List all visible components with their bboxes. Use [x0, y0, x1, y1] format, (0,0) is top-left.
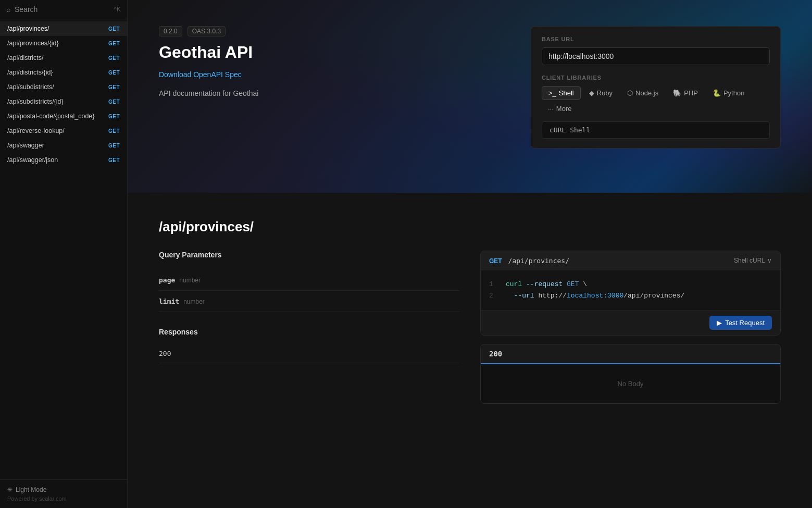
params-list: pagenumberlimitnumber: [159, 269, 459, 312]
test-request-area: ▶ Test Request: [481, 310, 780, 335]
endpoint-section: /api/provinces/ Query Parameters pagenum…: [128, 193, 812, 430]
code-col: GET /api/provinces/ Shell cURL ∨ 1 cur: [480, 251, 781, 404]
nav-item-path: /api/provinces/{id}: [7, 40, 108, 47]
nav-item-path: /api/districts/: [7, 54, 108, 61]
nav-item-path: /api/provinces/: [7, 25, 108, 32]
method-badge: GET: [489, 257, 502, 265]
code-line-2: 2 --url http://localhost:3000/api/provin…: [489, 290, 772, 302]
code-line-1: 1 curl --request GET \: [489, 279, 772, 290]
nav-item-method: GET: [108, 41, 120, 46]
base-url-label: BASE URL: [542, 36, 770, 42]
light-mode-toggle[interactable]: ✳ Light Mode: [7, 486, 120, 493]
sidebar: ⌕ Search ^K /api/provinces/GET/api/provi…: [0, 0, 128, 508]
nav-item[interactable]: /api/swagger/jsonGET: [0, 153, 127, 167]
ruby-icon: ◆: [589, 89, 594, 97]
base-url-panel: BASE URL CLIENT LIBRARIES >_Shell◆Ruby⬡N…: [531, 26, 781, 148]
responses-section: Responses 200: [159, 328, 459, 363]
download-openapi-link[interactable]: Download OpenAPI Spec: [159, 70, 242, 79]
param-name: page: [159, 276, 175, 284]
nav-item-method: GET: [108, 99, 120, 105]
nav-item-path: /api/subdistricts/: [7, 83, 108, 91]
responses-list: 200: [159, 344, 459, 363]
params-responses-col: Query Parameters pagenumberlimitnumber R…: [159, 251, 459, 363]
client-tab-shell[interactable]: >_Shell: [542, 86, 581, 100]
nav-item-path: /api/districts/{id}: [7, 69, 108, 76]
hero-section: 0.2.0 OAS 3.0.3 Geothai API Download Ope…: [128, 0, 812, 193]
client-tabs: >_Shell◆Ruby⬡Node.js🐘PHP🐍Python···More: [542, 86, 770, 115]
response-body: No Body: [481, 364, 780, 403]
nav-item-method: GET: [108, 55, 120, 61]
search-bar[interactable]: ⌕ Search ^K: [0, 0, 127, 19]
light-mode-label: Light Mode: [16, 486, 46, 493]
test-request-label: Test Request: [725, 319, 765, 327]
curl-shell-badge: cURL Shell: [542, 121, 770, 139]
light-mode-icon: ✳: [7, 486, 13, 493]
main-content: 0.2.0 OAS 3.0.3 Geothai API Download Ope…: [128, 0, 812, 508]
code-panel: GET /api/provinces/ Shell cURL ∨ 1 cur: [480, 251, 781, 336]
shell-icon: >_: [548, 89, 556, 97]
php-icon: 🐘: [673, 89, 681, 97]
param-type: number: [183, 298, 205, 305]
client-tab-python[interactable]: 🐍Python: [706, 86, 751, 100]
nav-item-method: GET: [108, 84, 120, 90]
param-row: pagenumber: [159, 269, 459, 291]
response-panel: 200 No Body: [480, 344, 781, 404]
nav-item-path: /api/swagger: [7, 142, 108, 149]
nav-item-path: /api/swagger/json: [7, 156, 108, 164]
nav-item[interactable]: /api/subdistricts/{id}GET: [0, 94, 127, 109]
nav-item[interactable]: /api/districts/{id}GET: [0, 65, 127, 80]
powered-by: Powered by scalar.com: [7, 495, 120, 502]
oas-version: OAS 3.0.3: [188, 26, 226, 36]
nav-item[interactable]: /api/provinces/{id}GET: [0, 36, 127, 51]
params-section: Query Parameters pagenumberlimitnumber: [159, 251, 459, 312]
nav-item-method: GET: [108, 26, 120, 32]
client-tab-nodejs[interactable]: ⬡Node.js: [621, 86, 665, 100]
sidebar-footer: ✳ Light Mode Powered by scalar.com: [0, 479, 127, 508]
base-url-input[interactable]: [542, 47, 770, 65]
nav-item[interactable]: /api/reverse-lookup/GET: [0, 123, 127, 138]
nav-item-path: /api/reverse-lookup/: [7, 127, 108, 134]
chevron-down-icon: ∨: [767, 257, 772, 264]
test-request-button[interactable]: ▶ Test Request: [709, 316, 772, 330]
code-panel-header: GET /api/provinces/ Shell cURL ∨: [481, 251, 780, 270]
nav-item-method: GET: [108, 128, 120, 134]
endpoint-path: /api/provinces/: [159, 219, 781, 235]
nav-item-method: GET: [108, 143, 120, 148]
search-label: Search: [15, 5, 38, 14]
query-params-title: Query Parameters: [159, 251, 459, 259]
lang-selector-label: Shell cURL: [734, 257, 765, 264]
play-icon: ▶: [717, 319, 722, 327]
param-row: limitnumber: [159, 291, 459, 312]
nav-item[interactable]: /api/swaggerGET: [0, 138, 127, 153]
response-status-code: 200: [481, 344, 780, 364]
lang-selector[interactable]: Shell cURL ∨: [734, 257, 772, 264]
nav-item[interactable]: /api/provinces/GET: [0, 21, 127, 36]
responses-title: Responses: [159, 328, 459, 336]
nav-item-method: GET: [108, 114, 120, 119]
client-tab-more[interactable]: ···More: [542, 102, 578, 115]
nav-item-path: /api/subdistricts/{id}: [7, 98, 108, 105]
search-shortcut: ^K: [114, 6, 121, 13]
code-block: 1 curl --request GET \ 2 --url: [481, 270, 780, 310]
nav-item[interactable]: /api/subdistricts/GET: [0, 80, 127, 94]
section-grid: Query Parameters pagenumberlimitnumber R…: [159, 251, 781, 404]
nav-item-path: /api/postal-code/{postal_code}: [7, 113, 108, 120]
client-tab-php[interactable]: 🐘PHP: [667, 86, 704, 100]
nav-item[interactable]: /api/postal-code/{postal_code}GET: [0, 109, 127, 123]
nodejs-icon: ⬡: [627, 89, 633, 97]
client-libraries-label: CLIENT LIBRARIES: [542, 75, 770, 81]
nav-item[interactable]: /api/districts/GET: [0, 51, 127, 65]
response-code-row: 200: [159, 344, 459, 363]
more-icon: ···: [548, 105, 554, 113]
search-icon: ⌕: [6, 5, 10, 14]
api-version: 0.2.0: [159, 26, 182, 36]
python-icon: 🐍: [713, 89, 721, 97]
param-name: limit: [159, 298, 179, 305]
nav-item-method: GET: [108, 70, 120, 76]
param-type: number: [179, 277, 201, 284]
nav-item-method: GET: [108, 157, 120, 163]
code-panel-endpoint: /api/provinces/: [508, 257, 569, 265]
client-tab-ruby[interactable]: ◆Ruby: [583, 86, 619, 100]
nav-list: /api/provinces/GET/api/provinces/{id}GET…: [0, 19, 127, 479]
